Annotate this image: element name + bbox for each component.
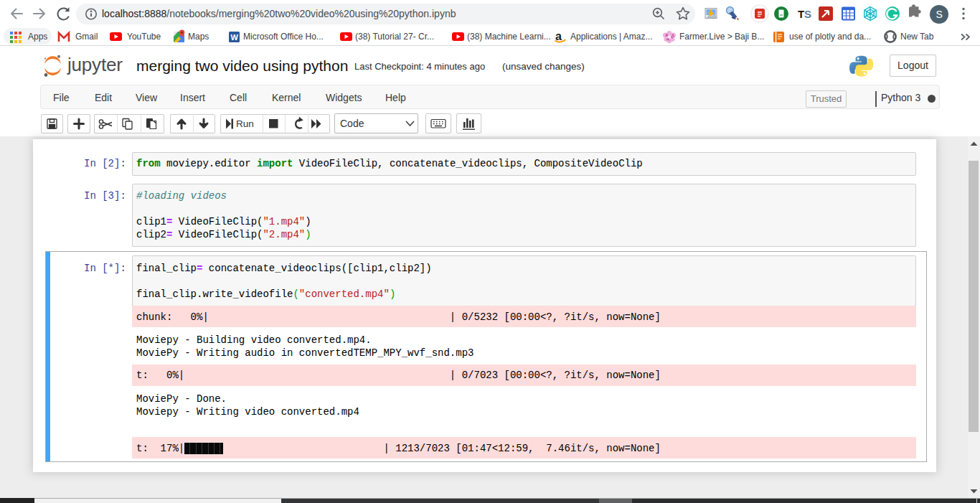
svg-text:S: S bbox=[804, 8, 811, 20]
svg-text:T: T bbox=[798, 8, 804, 20]
svg-text:a: a bbox=[555, 30, 562, 42]
svg-text:W: W bbox=[231, 33, 239, 42]
svg-text:S: S bbox=[936, 9, 943, 20]
